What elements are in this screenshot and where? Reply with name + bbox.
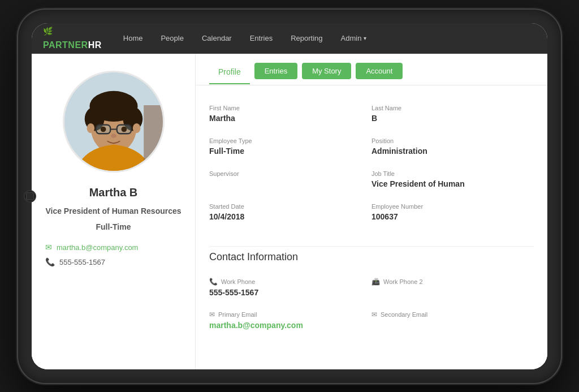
tab-my-story[interactable]: My Story — [302, 63, 351, 79]
tab-profile[interactable]: Profile — [209, 63, 250, 84]
profile-content: First Name Martha Last Name B Employee T… — [196, 85, 547, 369]
field-job-title-value: Vice President of Human — [371, 179, 534, 188]
employee-title: Vice President of Human Resources — [45, 206, 181, 217]
phone-value: 555-555-1567 — [59, 258, 105, 266]
field-primary-email-label: ✉ Primary Email — [209, 311, 371, 318]
tablet-frame: 🌿 PARTNERHR Home People Calendar Entries… — [18, 10, 561, 383]
field-position-label: Position — [371, 137, 534, 144]
field-work-phone: 📞 Work Phone 555-555-1567 — [209, 273, 371, 306]
employee-name: Martha B — [89, 186, 138, 199]
employee-type: Full-Time — [96, 222, 131, 231]
field-employee-number-value: 100637 — [371, 212, 534, 221]
field-supervisor: Supervisor — [209, 165, 371, 197]
field-work-phone-2-label: 📠 Work Phone 2 — [371, 278, 534, 286]
field-first-name: First Name Martha — [209, 99, 371, 132]
field-employee-number: Employee Number 100637 — [371, 197, 534, 230]
svg-point-8 — [114, 94, 136, 114]
field-secondary-email-label: ✉ Secondary Email — [371, 311, 534, 318]
contact-section-title: Contact Information — [209, 246, 534, 263]
avatar — [63, 71, 165, 173]
svg-rect-19 — [144, 105, 163, 171]
field-first-name-value: Martha — [209, 114, 371, 123]
field-position: Position Administration — [371, 132, 534, 165]
logo-leaves: 🌿 — [43, 27, 102, 36]
field-job-title: Job Title Vice President of Human — [371, 165, 534, 197]
left-contact-info: ✉ martha.b@company.com 📞 555-555-1567 — [45, 243, 182, 266]
nav-home[interactable]: Home — [115, 31, 151, 46]
phone-icon: 📞 — [45, 257, 55, 266]
nav-reporting[interactable]: Reporting — [283, 31, 330, 46]
nav-people[interactable]: People — [153, 31, 191, 46]
email-link[interactable]: martha.b@company.com — [57, 243, 138, 252]
tab-account[interactable]: Account — [356, 63, 403, 79]
camera-button — [24, 190, 36, 203]
primary-email-icon: ✉ — [209, 311, 215, 318]
field-employee-number-label: Employee Number — [371, 203, 534, 210]
svg-point-16 — [100, 126, 106, 132]
left-panel: Martha B Vice President of Human Resourc… — [32, 54, 196, 369]
tab-entries[interactable]: Entries — [254, 63, 297, 79]
email-contact: ✉ martha.b@company.com — [45, 243, 182, 252]
main-content: Martha B Vice President of Human Resourc… — [32, 54, 547, 369]
svg-point-17 — [121, 126, 127, 132]
right-panel: Profile Entries My Story Account First N… — [196, 54, 547, 369]
svg-point-10 — [132, 123, 140, 132]
field-started-date: Started Date 10/4/2018 — [209, 197, 371, 230]
field-work-phone-value: 555-555-1567 — [209, 288, 371, 297]
field-primary-email-value: martha.b@company.com — [209, 321, 371, 330]
field-work-phone-label: 📞 Work Phone — [209, 278, 371, 286]
field-last-name-value: B — [371, 114, 534, 123]
logo-text: PARTNERHR — [43, 40, 102, 50]
field-employee-type-label: Employee Type — [209, 137, 371, 144]
tabs-bar: Profile Entries My Story Account — [196, 54, 547, 85]
profile-fields-grid: First Name Martha Last Name B Employee T… — [209, 99, 534, 230]
navbar: 🌿 PARTNERHR Home People Calendar Entries… — [32, 23, 547, 54]
phone-contact: 📞 555-555-1567 — [45, 257, 182, 266]
field-employee-type-value: Full-Time — [209, 147, 371, 156]
nav-calendar[interactable]: Calendar — [194, 31, 240, 46]
field-position-value: Administration — [371, 147, 534, 156]
field-last-name: Last Name B — [371, 99, 534, 132]
field-job-title-label: Job Title — [371, 170, 534, 177]
field-started-date-label: Started Date — [209, 203, 371, 210]
email-icon: ✉ — [45, 243, 52, 252]
nav-entries[interactable]: Entries — [242, 31, 280, 46]
field-employee-type: Employee Type Full-Time — [209, 132, 371, 165]
svg-point-18 — [111, 133, 116, 138]
secondary-email-icon: ✉ — [371, 311, 377, 318]
field-secondary-email: ✉ Secondary Email — [371, 306, 534, 339]
tablet-screen: 🌿 PARTNERHR Home People Calendar Entries… — [32, 23, 547, 369]
field-first-name-label: First Name — [209, 105, 371, 111]
svg-point-9 — [87, 123, 94, 132]
nav-items: Home People Calendar Entries Reporting A… — [115, 31, 536, 46]
work-phone-2-icon: 📠 — [371, 278, 380, 286]
svg-point-7 — [92, 95, 114, 115]
logo[interactable]: 🌿 PARTNERHR — [43, 27, 102, 50]
field-work-phone-2: 📠 Work Phone 2 — [371, 273, 534, 306]
contact-grid: 📞 Work Phone 555-555-1567 📠 Work Phone 2 — [209, 273, 534, 339]
field-primary-email: ✉ Primary Email martha.b@company.com — [209, 306, 371, 339]
field-supervisor-label: Supervisor — [209, 170, 371, 177]
work-phone-icon: 📞 — [209, 278, 218, 286]
field-started-date-value: 10/4/2018 — [209, 212, 371, 221]
field-last-name-label: Last Name — [371, 105, 534, 111]
nav-admin[interactable]: Admin — [333, 31, 375, 46]
